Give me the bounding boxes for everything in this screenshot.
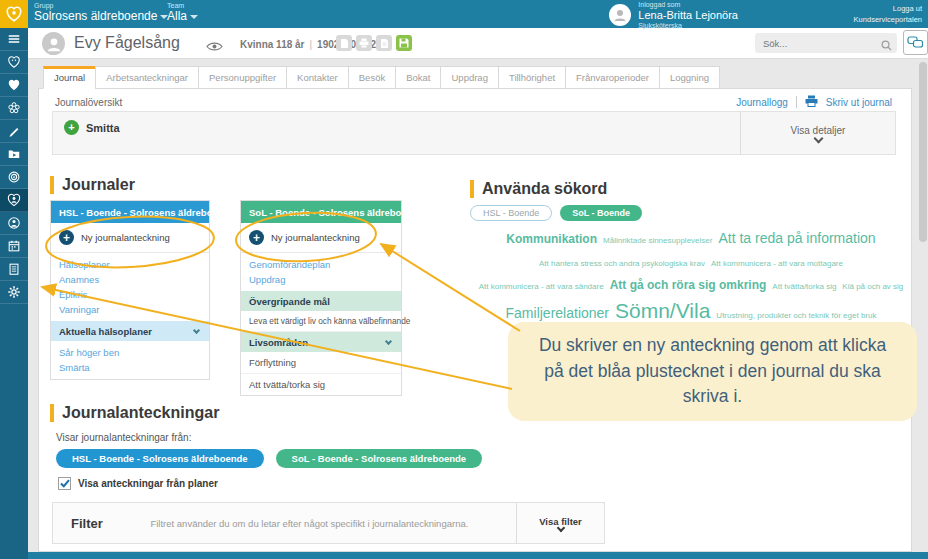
- plus-icon: +: [64, 120, 79, 135]
- overall-goal-bar[interactable]: Övergripande mål: [241, 291, 401, 311]
- search-input[interactable]: [755, 34, 897, 54]
- link-anamnes[interactable]: Anamnes: [59, 274, 201, 285]
- keyword[interactable]: Målinriktade sinnesupplevelser: [603, 236, 712, 245]
- filter-panel: Filter Filtret använder du om du letar e…: [52, 502, 605, 544]
- keyword-pill-sol[interactable]: SoL - Boende: [560, 205, 642, 221]
- person-heart-icon[interactable]: [0, 189, 28, 212]
- menu-icon[interactable]: [0, 28, 28, 51]
- person-icon[interactable]: [0, 212, 28, 235]
- eye-icon[interactable]: [206, 38, 223, 56]
- keyword[interactable]: Kommunikation: [506, 232, 597, 246]
- journal-list-icon[interactable]: [0, 258, 28, 281]
- keywords-section-heading: Använda sökord: [470, 180, 607, 198]
- link-halsoplaner[interactable]: Hälsoplaner: [59, 259, 201, 270]
- show-filter-button[interactable]: Visa filter: [516, 503, 604, 543]
- journal-log-link[interactable]: Journallogg: [736, 97, 788, 108]
- show-plan-notes-checkbox[interactable]: Visa anteckningar från planer: [58, 477, 218, 490]
- new-note-button-hsl[interactable]: + Ny journalanteckning: [51, 223, 209, 253]
- link-epikris[interactable]: Epikris: [59, 289, 201, 300]
- filter-description: Filtret använder du om du letar efter nå…: [103, 518, 516, 529]
- new-note-button-sol[interactable]: + Ny journalanteckning: [241, 223, 401, 253]
- folder-media-icon[interactable]: [0, 143, 28, 166]
- app-logo[interactable]: [0, 0, 28, 28]
- team-selector[interactable]: Team Alla: [167, 2, 198, 23]
- flower-icon[interactable]: [0, 97, 28, 120]
- current-health-plans-bar[interactable]: Aktuella hälsoplaner: [51, 321, 209, 341]
- tab-kontakter[interactable]: Kontakter: [286, 66, 349, 89]
- journal-card-header: HSL - Boende - Solrosens äldreboende: [51, 201, 209, 223]
- patient-name: Evy Fågelsång: [74, 34, 180, 52]
- life-areas-bar[interactable]: Livsområden: [241, 332, 401, 352]
- tutorial-callout: Du skriver en ny anteckning genom att kl…: [508, 322, 917, 421]
- group-selector[interactable]: Grupp Solrosens äldreboende: [34, 2, 168, 23]
- heart-face-icon[interactable]: [0, 51, 28, 74]
- vertical-scrollbar[interactable]: [919, 62, 927, 242]
- tab-personuppgifter[interactable]: Personuppgifter: [198, 66, 287, 89]
- chevron-down-icon: [190, 15, 198, 19]
- tab-franvaroperioder[interactable]: Frånvaroperioder: [565, 66, 660, 89]
- tab-arbetsanteckningar[interactable]: Arbetsanteckningar: [95, 66, 199, 89]
- link-varningar[interactable]: Varningar: [59, 304, 201, 315]
- keyword[interactable]: Att gå och röra sig omkring: [610, 278, 767, 292]
- plus-icon: +: [59, 230, 74, 245]
- settings-gear-icon[interactable]: [0, 281, 28, 304]
- link-smarta[interactable]: Smärta: [59, 362, 201, 373]
- footer-bar: [0, 552, 928, 559]
- keyword[interactable]: Familjerelationer: [506, 305, 609, 321]
- customer-portal-link[interactable]: Kundserviceportalen: [854, 14, 922, 25]
- keyword[interactable]: Att kommunicera - att vara sändare: [479, 282, 604, 291]
- journals-section-heading: Journaler: [50, 176, 135, 194]
- user-role: Sjuksköterska: [638, 22, 738, 30]
- chevron-down-icon: [385, 337, 392, 344]
- tab-journal[interactable]: Journal: [43, 66, 96, 89]
- keyword[interactable]: Utrustning, produkter och teknik för ege…: [716, 311, 876, 320]
- keyword[interactable]: Att tvätta/torka sig: [772, 282, 836, 291]
- divider: [796, 96, 797, 108]
- tab-bar: Journal Arbetsanteckningar Personuppgift…: [44, 66, 720, 89]
- link-uppdrag[interactable]: Uppdrag: [249, 274, 393, 285]
- keyword[interactable]: Klä på och av sig: [842, 282, 903, 291]
- calendar-icon[interactable]: [0, 235, 28, 258]
- keyword[interactable]: Att hantera stress och andra psykologisk…: [539, 259, 705, 268]
- show-details-button[interactable]: Visa detaljer: [740, 112, 895, 154]
- left-sidebar: [0, 28, 28, 559]
- save-icon[interactable]: [396, 35, 412, 51]
- note-icon[interactable]: [376, 35, 392, 51]
- showing-notes-label: Visar journalanteckningar från:: [56, 432, 191, 443]
- keyword-pill-hsl[interactable]: HSL - Boende: [470, 205, 552, 221]
- accent-bar: [50, 176, 54, 194]
- pen-icon[interactable]: [0, 120, 28, 143]
- link-sar-hoger-ben[interactable]: Sår höger ben: [59, 347, 201, 358]
- notes-section-heading: Journalanteckningar: [50, 404, 219, 422]
- chat-button[interactable]: [903, 30, 928, 55]
- accent-bar: [50, 404, 54, 422]
- document-icon[interactable]: [336, 35, 352, 51]
- print-journal-link[interactable]: Skriv ut journal: [826, 97, 892, 108]
- search-box: [755, 33, 897, 53]
- target-icon[interactable]: [0, 166, 28, 189]
- tab-bokat[interactable]: Bokat: [395, 66, 441, 89]
- overview-title: Journalöversikt: [55, 97, 122, 108]
- link-genomforandeplan[interactable]: Genomförandeplan: [249, 259, 393, 270]
- keyword[interactable]: Att ta reda på information: [718, 230, 875, 246]
- note-filter-pill-hsl[interactable]: HSL - Boende - Solrosens äldreboende: [56, 449, 264, 468]
- keyword[interactable]: Sömn/Vila: [615, 299, 710, 322]
- logout-link[interactable]: Logga ut: [854, 3, 922, 14]
- smitta-badge[interactable]: + Smitta: [64, 120, 120, 135]
- print-icon: [805, 95, 818, 109]
- keyword[interactable]: Att kommunicera - att vara mottagare: [711, 259, 843, 268]
- goal-item: Leva ett värdigt liv och känna välbefinn…: [241, 311, 401, 332]
- tab-loggning[interactable]: Loggning: [659, 66, 720, 89]
- heart-logo-icon: [5, 5, 23, 23]
- tab-uppdrag[interactable]: Uppdrag: [440, 66, 498, 89]
- tab-besok[interactable]: Besök: [348, 66, 396, 89]
- note-filter-pill-sol[interactable]: SoL - Boende - Solrosens äldreboende: [276, 449, 483, 468]
- patient-details: Kvinna 118 år: [240, 39, 304, 50]
- heart-icon[interactable]: [0, 74, 28, 97]
- plus-icon: +: [249, 230, 264, 245]
- user-avatar: [609, 4, 631, 26]
- chevron-down-icon: [193, 326, 200, 333]
- tab-tillhorighet[interactable]: Tillhörighet: [498, 66, 566, 89]
- printer-icon[interactable]: [356, 35, 372, 51]
- group-value: Solrosens äldreboende: [34, 9, 157, 23]
